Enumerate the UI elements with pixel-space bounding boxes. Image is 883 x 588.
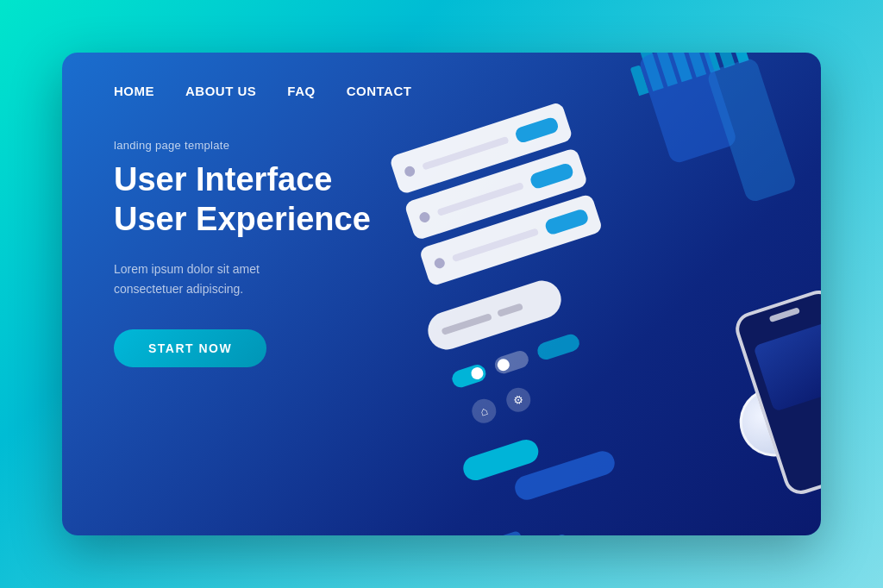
landing-card: HOME ABOUT US FAQ CONTACT landing page t… xyxy=(62,53,821,535)
ui-rect-1 xyxy=(486,530,525,535)
phone-mockup xyxy=(731,286,821,498)
ui-decoration: ⌂ ⚙ xyxy=(343,53,821,535)
nav-faq[interactable]: FAQ xyxy=(287,84,315,98)
hero-subtitle: landing page template xyxy=(114,139,371,152)
navbar: HOME ABOUT US FAQ CONTACT xyxy=(114,84,411,98)
hero-title: User Interface User Experience xyxy=(114,160,371,239)
cta-button[interactable]: START NOW xyxy=(114,329,266,367)
hero-description: Lorem ipsum dolor sit ametconsectetuer a… xyxy=(114,260,371,298)
nav-contact[interactable]: CONTACT xyxy=(347,84,412,98)
nav-home[interactable]: HOME xyxy=(114,84,154,98)
ui-rect-2 xyxy=(533,534,572,535)
nav-about[interactable]: ABOUT US xyxy=(185,84,256,98)
hero-section: landing page template User Interface Use… xyxy=(114,139,371,367)
